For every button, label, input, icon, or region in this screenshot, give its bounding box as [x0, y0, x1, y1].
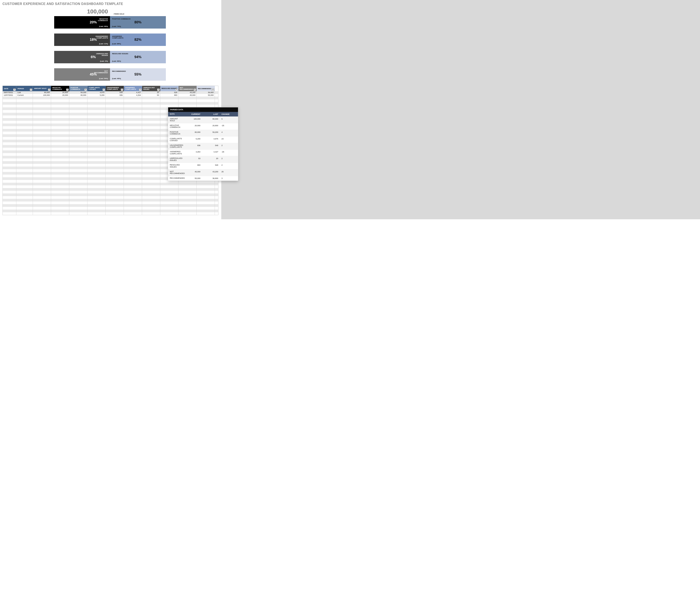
filter-dropdown-icon[interactable] — [157, 89, 160, 91]
table-cell[interactable] — [51, 183, 69, 185]
table-cell[interactable] — [106, 156, 124, 159]
table-cell[interactable] — [69, 169, 88, 172]
table-cell[interactable] — [88, 97, 106, 99]
table-row[interactable] — [3, 99, 218, 102]
table-cell[interactable] — [33, 115, 51, 118]
table-cell[interactable] — [16, 137, 33, 139]
table-cell[interactable] — [142, 207, 160, 210]
table-cell[interactable] — [16, 164, 33, 167]
table-cell[interactable] — [88, 191, 106, 193]
table-cell[interactable] — [69, 153, 88, 156]
table-cell[interactable]: 528 — [160, 91, 179, 94]
table-cell[interactable]: 4,975 — [88, 91, 106, 94]
table-cell[interactable] — [106, 151, 124, 153]
table-cell[interactable] — [69, 185, 88, 188]
table-cell[interactable] — [69, 159, 88, 161]
table-cell[interactable] — [51, 169, 69, 172]
table-cell[interactable] — [33, 105, 51, 107]
table-cell[interactable] — [88, 115, 106, 118]
table-cell[interactable] — [142, 212, 160, 215]
table-cell[interactable] — [88, 212, 106, 215]
table-cell[interactable] — [124, 177, 142, 180]
table-cell[interactable] — [16, 183, 33, 185]
table-cell[interactable] — [16, 191, 33, 193]
table-cell[interactable] — [124, 199, 142, 201]
table-cell[interactable] — [124, 118, 142, 121]
table-cell[interactable] — [142, 161, 160, 164]
table-cell[interactable] — [124, 97, 142, 99]
table-cell[interactable]: Current — [16, 94, 33, 97]
table-cell[interactable] — [3, 185, 16, 188]
table-cell[interactable] — [106, 99, 124, 102]
table-cell[interactable] — [106, 115, 124, 118]
table-cell[interactable] — [88, 207, 106, 210]
table-cell[interactable] — [142, 151, 160, 153]
table-cell[interactable] — [69, 139, 88, 142]
table-cell[interactable] — [16, 196, 33, 199]
table-cell[interactable] — [179, 99, 197, 102]
grid-header-cell[interactable]: AMOUNT SOLD — [33, 86, 51, 91]
table-cell[interactable]: 4,264 — [124, 94, 142, 97]
table-cell[interactable] — [51, 151, 69, 153]
table-cell[interactable] — [33, 113, 51, 115]
table-cell[interactable] — [142, 121, 160, 123]
table-cell[interactable] — [16, 175, 33, 177]
table-cell[interactable] — [3, 105, 16, 107]
table-cell[interactable] — [124, 99, 142, 102]
table-cell[interactable] — [88, 175, 106, 177]
table-cell[interactable] — [106, 175, 124, 177]
table-cell[interactable] — [124, 180, 142, 183]
table-cell[interactable] — [33, 207, 51, 210]
table-cell[interactable] — [16, 201, 33, 204]
table-cell[interactable] — [69, 118, 88, 121]
table-cell[interactable] — [16, 113, 33, 115]
table-cell[interactable] — [3, 193, 16, 196]
table-cell[interactable]: 45,000 — [179, 94, 197, 97]
table-cell[interactable] — [106, 212, 124, 215]
table-cell[interactable] — [51, 188, 69, 191]
table-cell[interactable] — [88, 159, 106, 161]
table-cell[interactable] — [69, 148, 88, 151]
table-cell[interactable] — [33, 102, 51, 105]
table-cell[interactable] — [88, 139, 106, 142]
table-cell[interactable] — [69, 99, 88, 102]
table-cell[interactable] — [124, 196, 142, 199]
table-cell[interactable] — [142, 177, 160, 180]
table-cell[interactable] — [197, 199, 215, 201]
table-cell[interactable] — [3, 161, 16, 164]
table-cell[interactable] — [51, 107, 69, 110]
table-cell[interactable] — [142, 164, 160, 167]
table-cell[interactable] — [124, 145, 142, 148]
table-cell[interactable] — [106, 121, 124, 123]
table-cell[interactable] — [142, 204, 160, 207]
table-cell[interactable]: 36,800 — [197, 91, 215, 94]
table-cell[interactable] — [51, 164, 69, 167]
table-cell[interactable] — [142, 180, 160, 183]
table-cell[interactable] — [69, 123, 88, 126]
table-cell[interactable] — [124, 175, 142, 177]
table-cell[interactable] — [197, 210, 215, 212]
table-cell[interactable] — [33, 175, 51, 177]
table-cell[interactable] — [88, 131, 106, 134]
table-cell[interactable] — [33, 134, 51, 137]
table-row[interactable] — [3, 188, 218, 191]
table-cell[interactable]: 936 — [106, 94, 124, 97]
table-cell[interactable] — [142, 97, 160, 99]
table-cell[interactable] — [51, 161, 69, 164]
table-cell[interactable] — [3, 131, 16, 134]
table-cell[interactable] — [106, 201, 124, 204]
table-cell[interactable] — [33, 212, 51, 215]
table-cell[interactable] — [124, 142, 142, 145]
table-cell[interactable] — [16, 118, 33, 121]
table-cell[interactable] — [16, 159, 33, 161]
grid-header-cell[interactable]: POSITIVE COMEBACK — [69, 86, 88, 91]
table-cell[interactable] — [88, 167, 106, 169]
grid-header-cell[interactable]: NEGATIVE COMEBACK — [51, 86, 69, 91]
table-cell[interactable] — [69, 151, 88, 153]
table-cell[interactable] — [160, 188, 179, 191]
table-row[interactable] — [3, 102, 218, 105]
table-row[interactable] — [3, 97, 218, 99]
table-cell[interactable] — [16, 193, 33, 196]
table-cell[interactable] — [51, 97, 69, 99]
table-cell[interactable] — [106, 210, 124, 212]
